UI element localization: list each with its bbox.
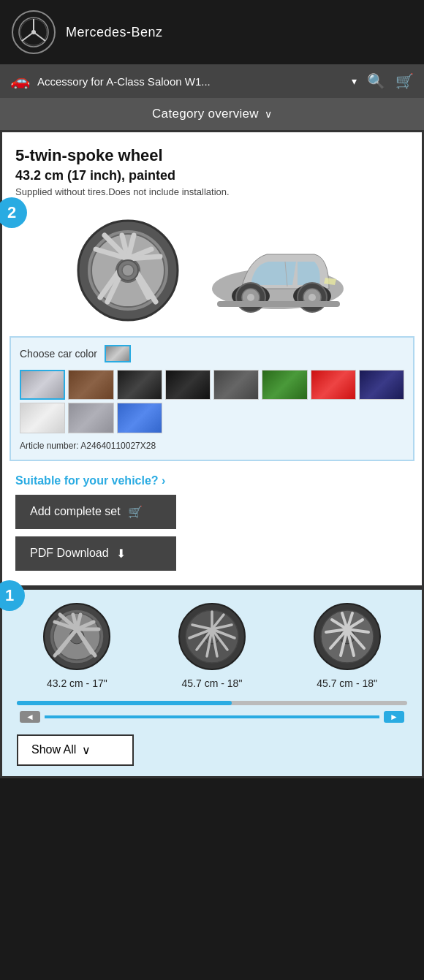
slider-line: [45, 715, 379, 718]
carousel-label-1: 43.2 cm - 17": [47, 677, 107, 689]
car-image: [194, 212, 362, 329]
color-swatch-black2[interactable]: [165, 370, 211, 400]
svg-point-21: [122, 265, 134, 276]
slider-container: ◄ ►: [10, 696, 414, 727]
carousel-label-3: 45.7 cm - 18": [317, 677, 377, 689]
pdf-label: PDF Download: [30, 547, 109, 560]
carousel-item-3[interactable]: 45.7 cm - 18": [307, 600, 387, 689]
svg-line-3: [22, 32, 34, 41]
show-all-button[interactable]: Show All ∨: [17, 734, 134, 766]
category-chevron-icon: ∨: [265, 108, 272, 120]
suitable-arrow-icon: ›: [162, 474, 165, 487]
color-grid: [20, 370, 404, 433]
header: Mercedes-Benz: [0, 0, 424, 64]
cart-icon[interactable]: 🛒: [395, 72, 414, 90]
category-overview-label: Category overview: [152, 107, 259, 121]
color-swatch-blue[interactable]: [117, 403, 162, 433]
color-selector-section: Choose car color Article number: A246401…: [10, 336, 414, 461]
svg-point-30: [308, 294, 316, 301]
color-swatch-silver-grey[interactable]: [20, 370, 65, 400]
svg-point-27: [247, 294, 254, 301]
selected-color-swatch[interactable]: [105, 345, 131, 362]
show-all-row: Show All ∨: [10, 727, 414, 766]
pdf-download-button[interactable]: PDF Download ⬇: [15, 536, 176, 571]
show-all-chevron-icon: ∨: [82, 743, 91, 757]
svg-point-5: [31, 30, 36, 34]
mercedes-star-icon: [18, 16, 50, 48]
show-all-label: Show All: [31, 743, 76, 756]
main-wheel-svg: [69, 216, 186, 325]
choose-color-row: Choose car color: [20, 345, 404, 362]
add-complete-set-button[interactable]: Add complete set 🛒: [15, 495, 176, 529]
slider-thumb-right[interactable]: ►: [384, 711, 404, 723]
cart-add-icon: 🛒: [128, 505, 143, 519]
article-number: Article number: A24640110027X28: [20, 441, 404, 451]
color-swatch-black1[interactable]: [117, 370, 162, 400]
download-icon: ⬇: [116, 547, 126, 561]
svg-rect-32: [217, 301, 340, 307]
slider-track: [17, 701, 407, 705]
action-buttons: Add complete set 🛒 PDF Download ⬇: [2, 495, 422, 571]
wheel-image: [62, 212, 194, 329]
car-icon: 🚗: [10, 72, 30, 91]
car-side-svg: [201, 219, 355, 322]
category-bar[interactable]: Category overview ∨: [0, 98, 424, 130]
add-set-label: Add complete set: [30, 505, 121, 518]
carousel-label-2: 45.7 cm - 18": [182, 677, 243, 689]
product-title: 5-twin-spoke wheel: [15, 145, 409, 167]
color-swatch-brown[interactable]: [68, 370, 113, 400]
carousel-wrapper: 1: [0, 588, 424, 778]
slider-arrow-row: ◄ ►: [17, 711, 407, 723]
slider-fill: [17, 701, 232, 705]
mercedes-logo: [12, 10, 56, 54]
product-subtitle: 43.2 cm (17 inch), painted: [15, 168, 409, 183]
slider-thumb-left[interactable]: ◄: [20, 711, 40, 723]
color-swatch-red[interactable]: [311, 370, 356, 400]
carousel-section: 43.2 cm - 17": [0, 588, 424, 778]
product-images-wrapper: 2: [2, 205, 422, 336]
carousel-wheel-1: [37, 600, 117, 673]
carousel-item-1[interactable]: 43.2 cm - 17": [37, 600, 117, 689]
color-swatch-dark-blue[interactable]: [359, 370, 404, 400]
left-arrow-icon: ◄: [26, 712, 34, 722]
main-card: 5-twin-spoke wheel 43.2 cm (17 inch), pa…: [0, 130, 424, 588]
suitable-vehicle-link[interactable]: Suitable for your vehicle? ›: [2, 461, 422, 495]
nav-dropdown-icon[interactable]: ▾: [352, 75, 357, 87]
suitable-label: Suitable for your vehicle?: [15, 474, 159, 487]
search-icon[interactable]: 🔍: [367, 72, 385, 90]
right-arrow-icon: ►: [390, 712, 398, 722]
color-swatch-green[interactable]: [262, 370, 307, 400]
nav-title: Accessory for A-Class Saloon W1...: [37, 75, 344, 88]
nav-bar[interactable]: 🚗 Accessory for A-Class Saloon W1... ▾ 🔍…: [0, 64, 424, 98]
product-info: 5-twin-spoke wheel 43.2 cm (17 inch), pa…: [2, 132, 422, 205]
color-swatch-light-grey[interactable]: [20, 403, 65, 433]
brand-name: Mercedes-Benz: [66, 25, 163, 40]
carousel-item-2[interactable]: 45.7 cm - 18": [172, 600, 252, 689]
carousel-items: 43.2 cm - 17": [10, 600, 414, 689]
svg-line-4: [34, 32, 45, 41]
product-images: [2, 205, 422, 336]
choose-color-label: Choose car color: [20, 348, 97, 360]
color-swatch-mid-grey[interactable]: [68, 403, 113, 433]
carousel-wheel-2: [172, 600, 252, 673]
carousel-wheel-3: [307, 600, 387, 673]
svg-line-13: [128, 257, 160, 259]
color-swatch-dark-grey[interactable]: [213, 370, 259, 400]
product-description: Supplied without tires.Does not include …: [15, 186, 409, 197]
nav-icons: ▾ 🔍 🛒: [352, 72, 414, 90]
